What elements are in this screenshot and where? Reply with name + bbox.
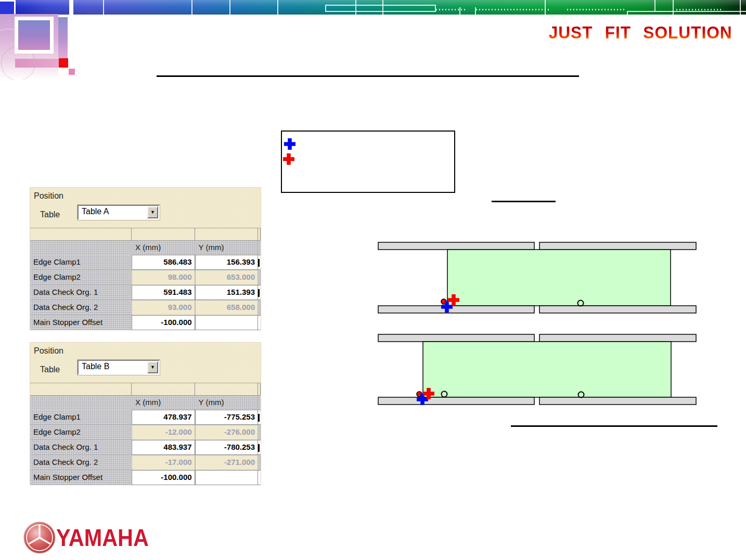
- grid-header-row: X (mm) Y (mm): [30, 240, 261, 255]
- row-label-edge-clamp1: Edge Clamp1: [30, 255, 132, 270]
- grid-spacer-row: [30, 228, 261, 240]
- cell-data-check-org1-y[interactable]: 151.393: [195, 285, 258, 300]
- cell-edge-clamp1-x[interactable]: 586.483: [132, 255, 195, 270]
- slide: JUST FIT SOLUTION Position Table Table A…: [0, 0, 746, 560]
- cropped-cell: [258, 425, 261, 440]
- blue-cross-icon: [284, 138, 295, 150]
- annotation-underline-bottom: [511, 425, 717, 427]
- banner-gridline: [103, 0, 104, 15]
- deco-framed-square: [15, 17, 54, 54]
- column-header-x: X (mm): [132, 396, 195, 410]
- panel-title: Position: [34, 346, 63, 356]
- table-b-top-left-rail: [378, 334, 534, 342]
- cropped-cell: [258, 270, 261, 285]
- cell-data-check-org1-x[interactable]: 483.937: [132, 440, 195, 455]
- grid-spacer-row: [30, 383, 261, 395]
- column-header-y: Y (mm): [195, 396, 258, 410]
- table-select[interactable]: Table A ▼: [78, 205, 160, 220]
- banner-ticks: [476, 9, 549, 10]
- table-row: Data Check Org. 2 93.000 658.000: [30, 300, 261, 315]
- diagram-table-a: [378, 242, 696, 313]
- annotation-underline-top: [492, 201, 556, 202]
- legend-box: [281, 131, 455, 193]
- banner-gridline: [545, 0, 546, 15]
- table-a-bottom-right-rail: [539, 306, 696, 313]
- row-label-data-check-org-1: Data Check Org. 1: [30, 440, 132, 455]
- table-row: Edge Clamp2 -12.000 -276.000: [30, 425, 261, 440]
- table-row: Edge Clamp1 586.483 156.393: [30, 255, 261, 270]
- panel-title: Position: [34, 191, 63, 201]
- cell-data-check-org1-y[interactable]: -780.253: [195, 440, 258, 455]
- position-panel-table-b: Position Table Table B ▼ X (mm) Y (mm) E…: [30, 342, 261, 485]
- dropdown-arrow-icon[interactable]: ▼: [147, 206, 158, 218]
- deco-blue-square: [0, 2, 14, 14]
- table-field-label: Table: [40, 210, 60, 219]
- table-row: Main Stopper Offset -100.000: [30, 315, 261, 330]
- row-label-data-check-org-2: Data Check Org. 2: [30, 300, 132, 315]
- cell-edge-clamp2-y: -276.000: [195, 425, 258, 440]
- table-a-top-left-rail: [378, 242, 534, 250]
- table-row: Data Check Org. 2 -17.000 -271.000: [30, 455, 261, 470]
- table-a-bottom-left-rail: [378, 306, 534, 313]
- row-label-edge-clamp2: Edge Clamp2: [30, 425, 132, 440]
- cropped-cell: [258, 315, 261, 330]
- table-row: Edge Clamp1 478.937 -775.253: [30, 410, 261, 425]
- table-b-board-area: [423, 342, 671, 397]
- cell-main-stopper-offset-y[interactable]: [195, 315, 258, 330]
- banner-gap: [69, 0, 73, 15]
- column-header-x: X (mm): [132, 241, 195, 255]
- banner-grid-rect: [325, 5, 436, 12]
- row-label-data-check-org-2: Data Check Org. 2: [30, 455, 132, 470]
- cropped-cell: [258, 285, 261, 300]
- table-diagrams: [364, 224, 708, 421]
- cropped-cell: [258, 455, 261, 470]
- banner-ticks: [676, 9, 723, 10]
- table-a-board-area: [447, 250, 671, 306]
- position-grid: X (mm) Y (mm) Edge Clamp1 478.937 -775.2…: [30, 383, 261, 485]
- table-select-value: Table A: [82, 207, 109, 216]
- deco-horizontal-bar: [15, 59, 59, 68]
- dropdown-arrow-icon[interactable]: ▼: [147, 361, 158, 373]
- table-b-bottom-right-rail: [539, 397, 696, 405]
- cell-main-stopper-offset-x[interactable]: -100.000: [132, 470, 195, 485]
- row-label-data-check-org-1: Data Check Org. 1: [30, 285, 132, 300]
- red-cross-icon: [283, 153, 294, 165]
- cell-edge-clamp1-x[interactable]: 478.937: [132, 410, 195, 425]
- cropped-cell: [258, 470, 261, 485]
- cell-main-stopper-offset-x[interactable]: -100.000: [132, 315, 195, 330]
- yamaha-logo-text: YAMAHA: [56, 524, 149, 552]
- cropped-cell: [258, 255, 261, 270]
- cropped-cell: [258, 410, 261, 425]
- table-b-bottom-left-rail: [378, 397, 534, 405]
- cell-edge-clamp2-x: 98.000: [132, 270, 195, 285]
- row-label-edge-clamp2: Edge Clamp2: [30, 270, 132, 285]
- banner-gridline: [229, 0, 230, 15]
- cell-data-check-org2-y: -271.000: [195, 455, 258, 470]
- table-row: Edge Clamp2 98.000 653.000: [30, 270, 261, 285]
- cell-data-check-org1-x[interactable]: 591.483: [132, 285, 195, 300]
- cell-edge-clamp1-y[interactable]: -775.253: [195, 410, 258, 425]
- brand-logo-text: JUST FIT SOLUTION: [549, 23, 732, 43]
- cell-data-check-org2-y: 658.000: [195, 300, 258, 315]
- cell-data-check-org2-x: -17.000: [132, 455, 195, 470]
- deco-red-square: [59, 58, 68, 68]
- cropped-cell: [258, 300, 261, 315]
- cell-edge-clamp1-y[interactable]: 156.393: [195, 255, 258, 270]
- banner-ticks: [436, 9, 467, 10]
- yamaha-emblem-icon: [23, 521, 56, 554]
- row-label-main-stopper-offset: Main Stopper Offset: [30, 470, 132, 485]
- row-label-edge-clamp1: Edge Clamp1: [30, 410, 132, 425]
- cell-main-stopper-offset-y[interactable]: [195, 470, 258, 485]
- table-row: Main Stopper Offset -100.000: [30, 470, 261, 485]
- yamaha-logo: YAMAHA: [23, 521, 159, 554]
- table-b-top-right-rail: [539, 334, 696, 342]
- diagram-table-b: [378, 334, 696, 405]
- title-underline: [157, 75, 579, 77]
- column-header-y: Y (mm): [195, 241, 258, 255]
- banner-grid-rect: [627, 11, 746, 15]
- table-select[interactable]: Table B ▼: [78, 360, 160, 375]
- cell-edge-clamp2-x: -12.000: [132, 425, 195, 440]
- banner-gridline: [654, 0, 655, 11]
- banner-gridline: [277, 0, 278, 15]
- table-field-label: Table: [40, 365, 60, 374]
